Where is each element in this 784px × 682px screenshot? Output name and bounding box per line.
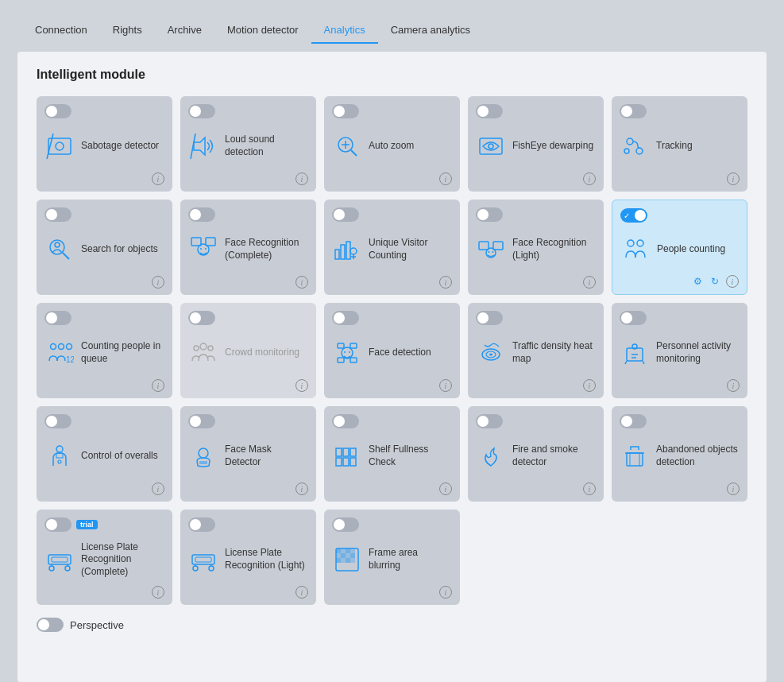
info-unique-visitor[interactable]: i — [439, 276, 452, 289]
info-shelf-fullness[interactable]: i — [439, 482, 452, 495]
info-license-plate-complete[interactable]: i — [152, 586, 164, 599]
toggle-search-objects[interactable]: × — [44, 207, 71, 222]
svg-point-45 — [342, 347, 353, 358]
toggle-face-mask[interactable]: × — [188, 414, 215, 428]
toggle-knob — [334, 519, 345, 530]
svg-line-6 — [351, 150, 357, 156]
toggle-knob — [334, 209, 345, 220]
nav-analytics[interactable]: Analytics — [311, 17, 378, 44]
module-fire-smoke: × Fire and smoke detector i — [468, 406, 604, 502]
search-objects-icon — [44, 234, 75, 265]
toggle-crowd-monitoring[interactable]: × — [188, 311, 215, 325]
fisheye-label: FishEye dewarping — [512, 140, 593, 153]
toggle-frame-blur[interactable]: × — [332, 517, 359, 532]
nav-rights[interactable]: Rights — [100, 17, 155, 44]
toggle-face-recog-complete[interactable]: × — [188, 207, 215, 222]
svg-rect-69 — [627, 453, 643, 466]
settings-people-counting-icon[interactable]: ⚙ — [691, 275, 704, 288]
module-people-counting: ✓ People counting — [612, 200, 747, 295]
info-crowd-monitoring[interactable]: i — [295, 379, 308, 392]
module-license-plate-light: × License — [180, 510, 316, 605]
nav-camera-analytics[interactable]: Camera analytics — [378, 17, 483, 44]
svg-rect-43 — [338, 358, 344, 362]
shelf-fullness-label: Shelf Fullness Check — [369, 444, 452, 468]
svg-line-2 — [47, 134, 53, 159]
info-fire-smoke[interactable]: i — [583, 482, 596, 495]
module-license-plate-complete: × trial — [37, 510, 172, 605]
info-license-plate-light[interactable]: i — [295, 586, 308, 599]
toggle-knob — [190, 106, 201, 117]
module-loud-sound: × Loud sound detection — [180, 96, 316, 192]
toggle-face-detection[interactable]: × — [332, 311, 359, 325]
toggle-knob — [334, 106, 345, 117]
svg-point-31 — [492, 251, 494, 253]
toggle-control-overalls[interactable]: × — [44, 414, 71, 428]
info-search-objects[interactable]: i — [152, 276, 164, 289]
personnel-activity-label: Personnel activity monitoring — [656, 340, 740, 365]
nav-archive[interactable]: Archive — [155, 17, 214, 44]
traffic-density-icon — [476, 338, 506, 368]
info-auto-zoom[interactable]: i — [439, 172, 452, 185]
toggle-knob — [46, 106, 57, 117]
toggle-traffic-density[interactable]: × — [476, 311, 503, 325]
toggle-license-plate-complete[interactable]: × — [44, 517, 71, 532]
crowd-monitoring-label: Crowd monitoring — [225, 347, 299, 359]
toggle-knob — [477, 106, 489, 117]
toggle-personnel-activity[interactable]: × — [620, 311, 647, 325]
toggle-abandoned-objects[interactable]: × — [620, 414, 647, 428]
toggle-fisheye[interactable]: × — [476, 104, 503, 118]
svg-point-36 — [67, 344, 72, 350]
nav-motion-detector[interactable]: Motion detector — [214, 17, 311, 44]
info-loud-sound[interactable]: i — [295, 172, 308, 185]
svg-point-11 — [627, 138, 633, 145]
refresh-people-counting-icon[interactable]: ↻ — [709, 275, 721, 288]
sabotage-icon — [44, 131, 75, 161]
svg-rect-94 — [336, 558, 341, 563]
panel-title: Intelligent module — [37, 68, 747, 82]
svg-point-15 — [55, 242, 60, 247]
toggle-people-counting[interactable]: ✓ — [620, 208, 647, 223]
toggle-face-recog-light[interactable]: × — [476, 207, 503, 222]
toggle-license-plate-light[interactable]: × — [188, 517, 215, 532]
toggle-loud-sound[interactable]: × — [188, 104, 215, 118]
loud-sound-icon — [188, 131, 218, 161]
toggle-counting-queue[interactable]: × — [44, 311, 71, 325]
svg-rect-63 — [336, 448, 342, 456]
info-abandoned-objects[interactable]: i — [727, 482, 740, 495]
toggle-auto-zoom[interactable]: × — [332, 104, 359, 118]
toggle-knob — [621, 416, 632, 427]
toggle-sabotage[interactable]: × — [44, 104, 71, 118]
toggle-fire-smoke[interactable]: × — [476, 414, 503, 428]
info-face-detection[interactable]: i — [439, 379, 452, 392]
people-counting-icon — [620, 234, 651, 265]
svg-rect-68 — [350, 458, 356, 466]
info-frame-blur[interactable]: i — [439, 586, 452, 599]
toggle-shelf-fullness[interactable]: × — [332, 414, 359, 428]
info-tracking[interactable]: i — [727, 172, 740, 185]
info-sabotage[interactable]: i — [152, 172, 164, 185]
svg-rect-88 — [346, 548, 350, 553]
info-traffic-density[interactable]: i — [583, 379, 596, 392]
info-personnel-activity[interactable]: i — [727, 379, 740, 392]
abandoned-objects-label: Abandoned objects detection — [656, 444, 740, 468]
toggle-unique-visitor[interactable]: × — [332, 207, 359, 222]
module-search-objects: × Search for objects — [37, 200, 172, 295]
info-fisheye[interactable]: i — [583, 172, 596, 185]
module-sabotage: × Sabotage detector i — [37, 96, 172, 192]
toggle-perspective[interactable]: × — [37, 618, 64, 632]
svg-rect-78 — [52, 557, 68, 562]
info-face-recog-light[interactable]: i — [583, 276, 596, 289]
unique-visitor-icon — [332, 234, 362, 265]
toggle-knob — [46, 416, 57, 427]
toggle-knob — [190, 519, 201, 530]
info-face-mask[interactable]: i — [295, 482, 308, 495]
tracking-label: Tracking — [656, 140, 693, 153]
nav-connection[interactable]: Connection — [22, 17, 100, 44]
info-counting-queue[interactable]: i — [152, 379, 164, 392]
svg-point-47 — [349, 351, 350, 353]
info-control-overalls[interactable]: i — [152, 482, 164, 495]
toggle-tracking[interactable]: × — [620, 104, 647, 118]
perspective-label: Perspective — [70, 619, 124, 631]
info-face-recog-complete[interactable]: i — [295, 276, 308, 289]
info-people-counting[interactable]: i — [726, 275, 739, 288]
